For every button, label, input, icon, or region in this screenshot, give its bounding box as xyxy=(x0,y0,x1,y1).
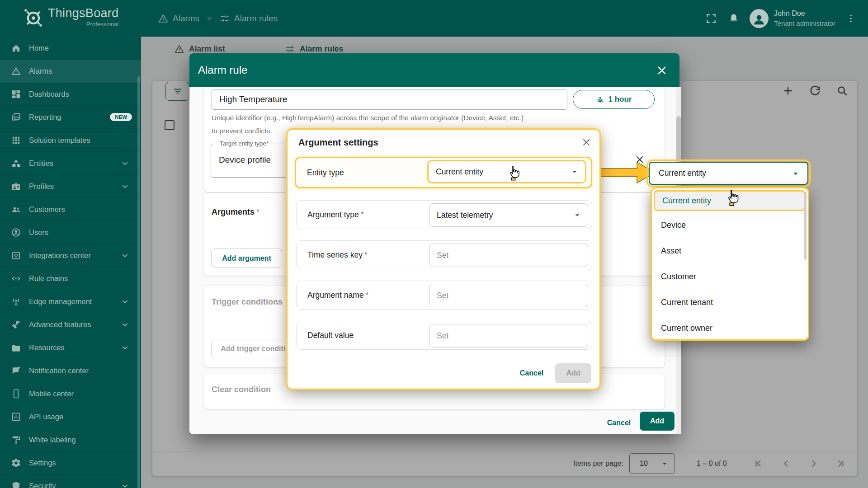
sidebar-item-resources[interactable]: Resources xyxy=(0,336,141,359)
profiles-icon xyxy=(11,181,21,192)
sidebar-item-users[interactable]: Users xyxy=(0,221,141,244)
dialog-header: Alarm rule xyxy=(189,53,679,87)
entity-option-label: Current entity xyxy=(662,196,711,206)
sidebar-item-mobile-center[interactable]: Mobile center xyxy=(0,382,141,405)
sidebar-item-security[interactable]: Security xyxy=(0,474,141,488)
hand-cursor-icon xyxy=(725,189,741,206)
entity-option-device[interactable]: Device xyxy=(652,212,808,238)
sidebar-item-edge-management[interactable]: Edge management xyxy=(0,290,141,313)
time-series-key-row: Time series key* xyxy=(296,240,592,269)
api-usage-icon xyxy=(11,412,21,422)
entity-type-select-expanded[interactable]: Current entity xyxy=(649,162,808,185)
dialog-cancel-button[interactable]: Cancel xyxy=(599,415,639,431)
notification-icon xyxy=(11,366,21,376)
entity-option-label: Asset xyxy=(661,246,681,256)
warning-icon xyxy=(158,13,169,24)
entity-option-asset[interactable]: Asset xyxy=(652,238,808,264)
fullscreen-icon[interactable] xyxy=(705,13,717,24)
clear-condition-heading: Clear condition xyxy=(212,385,271,394)
breadcrumb-alarm-rules[interactable]: Alarm rules xyxy=(219,13,278,24)
sidebar-item-profiles[interactable]: Profiles xyxy=(0,175,141,198)
sidebar-item-integrations-center[interactable]: Integrations center xyxy=(0,244,141,267)
argument-add-button-disabled[interactable]: Add xyxy=(555,363,591,383)
resources-icon xyxy=(11,343,21,353)
user-role: Tenant administrator xyxy=(774,19,835,28)
sidebar-item-label: Security xyxy=(29,482,56,488)
sidebar: HomeAlarmsDashboardsReportingNEWSolution… xyxy=(0,37,141,488)
notifications-bell-icon[interactable] xyxy=(728,13,740,24)
breadcrumb-separator: > xyxy=(207,14,212,23)
bug-schedule-icon xyxy=(596,95,604,104)
sidebar-item-advanced-features[interactable]: Advanced features xyxy=(0,313,141,336)
default-value-row: Default value xyxy=(296,321,592,350)
user-name: John Doe xyxy=(774,8,835,19)
chevron-down-icon xyxy=(120,343,130,353)
argument-name-input[interactable] xyxy=(437,291,582,300)
sidebar-item-home[interactable]: Home xyxy=(0,37,141,60)
thingsboard-logo[interactable]: ThingsBoard Professional xyxy=(23,6,118,28)
default-value-field xyxy=(429,324,588,347)
alarm-rule-name-input[interactable] xyxy=(212,89,567,110)
time-series-key-input[interactable] xyxy=(437,251,582,260)
thingsboard-logo-icon xyxy=(23,7,43,28)
sidebar-item-white-labeling[interactable]: White labeling xyxy=(0,428,141,451)
sidebar-item-label: Dashboards xyxy=(29,90,69,99)
sidebar-item-label: Users xyxy=(29,228,48,237)
time-series-key-label: Time series key* xyxy=(307,250,368,260)
add-argument-button[interactable]: Add argument xyxy=(211,249,282,268)
argument-type-select[interactable]: Latest telemetry xyxy=(429,203,588,227)
default-value-input[interactable] xyxy=(437,331,582,341)
caret-down-icon xyxy=(790,168,801,179)
sidebar-item-customers[interactable]: Customers xyxy=(0,198,141,221)
sidebar-item-settings[interactable]: Settings xyxy=(0,451,141,474)
entity-type-select[interactable]: Current entity xyxy=(427,160,586,183)
warning-icon xyxy=(11,66,21,76)
schedule-chip[interactable]: 1 hour xyxy=(573,90,655,109)
rule-chains-icon xyxy=(11,273,21,284)
entity-option-current-tenant[interactable]: Current tenant xyxy=(652,290,808,315)
options-scrollbar-thumb[interactable] xyxy=(804,192,807,260)
avatar[interactable] xyxy=(750,9,769,28)
argument-name-row: Argument name* xyxy=(296,281,592,310)
caret-down-icon xyxy=(570,167,580,177)
sidebar-item-reporting[interactable]: ReportingNEW xyxy=(0,106,141,129)
chevron-down-icon xyxy=(120,319,130,330)
tune-icon xyxy=(219,13,230,24)
argument-settings-dialog: Argument settings Entity type Current en… xyxy=(286,128,601,390)
required-star: * xyxy=(256,207,259,216)
integrations-icon xyxy=(11,250,21,261)
sidebar-item-rule-chains[interactable]: Rule chains xyxy=(0,267,141,290)
chevron-down-icon xyxy=(120,296,130,307)
sidebar-item-notification-center[interactable]: Notification center xyxy=(0,359,141,382)
sidebar-item-label: Mobile center xyxy=(29,389,74,398)
logo-title: ThingsBoard xyxy=(48,6,118,20)
users-icon xyxy=(11,227,21,238)
sidebar-item-label: Integrations center xyxy=(29,251,91,260)
sidebar-item-label: Advanced features xyxy=(29,320,91,329)
sidebar-item-label: Settings xyxy=(29,459,56,467)
sidebar-item-label: Solution templates xyxy=(29,136,90,145)
breadcrumb-alarms[interactable]: Alarms xyxy=(158,13,199,24)
sidebar-item-dashboards[interactable]: Dashboards xyxy=(0,83,141,106)
more-vert-icon[interactable] xyxy=(845,13,856,24)
sidebar-item-label: Home xyxy=(29,44,49,52)
close-icon[interactable] xyxy=(656,65,668,76)
schedule-chip-label: 1 hour xyxy=(609,95,632,104)
sidebar-item-entities[interactable]: Entities xyxy=(0,152,141,175)
sidebar-item-api-usage[interactable]: API usage xyxy=(0,405,141,428)
sidebar-item-alarms[interactable]: Alarms xyxy=(0,60,141,83)
sidebar-item-solution-templates[interactable]: Solution templates xyxy=(0,129,141,152)
sidebar-scrollbar[interactable] xyxy=(137,76,140,488)
breadcrumb: Alarms > Alarm rules xyxy=(158,0,278,37)
sidebar-item-label: Entities xyxy=(29,159,53,168)
target-entity-type-value: Device profile xyxy=(219,155,271,165)
entity-option-customer[interactable]: Customer xyxy=(652,264,808,290)
argument-settings-title: Argument settings xyxy=(298,137,378,148)
argument-cancel-button[interactable]: Cancel xyxy=(513,365,551,381)
close-icon[interactable] xyxy=(581,137,591,147)
sidebar-item-label: White labeling xyxy=(29,436,76,444)
dialog-add-button[interactable]: Add xyxy=(640,412,675,431)
entity-option-current-owner[interactable]: Current owner xyxy=(652,315,808,341)
person-icon xyxy=(751,12,767,27)
sidebar-item-label: Rule chains xyxy=(29,274,68,283)
